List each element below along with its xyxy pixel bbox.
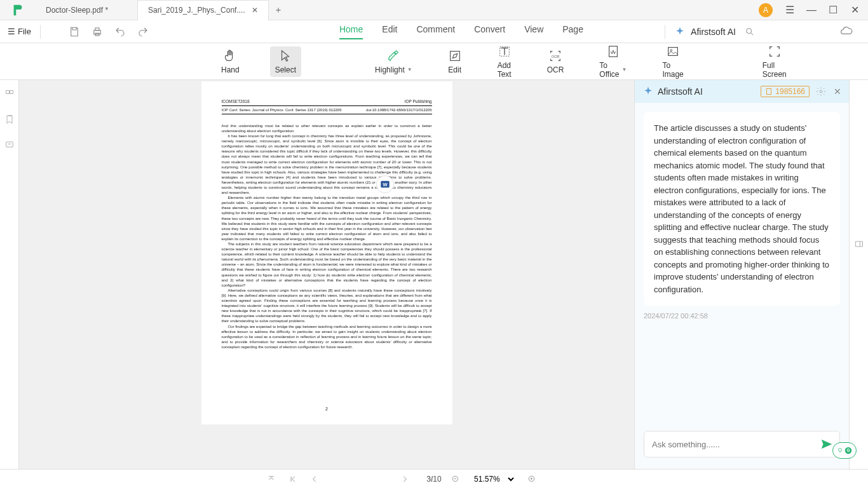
ai-timestamp: 2024/07/22 00:42:58 xyxy=(644,312,840,320)
edit-icon xyxy=(448,49,462,63)
svg-rect-12 xyxy=(10,91,13,94)
save-icon[interactable] xyxy=(69,26,80,37)
svg-rect-14 xyxy=(6,142,13,147)
close-panel-icon[interactable]: ✕ xyxy=(834,86,841,97)
divider xyxy=(40,25,41,39)
select-tool[interactable]: Select xyxy=(270,46,301,77)
edit-tool[interactable]: Edit xyxy=(443,46,467,77)
chevron-down-icon: ▼ xyxy=(621,67,627,72)
ai-input[interactable] xyxy=(644,431,840,458)
cloud-icon[interactable] xyxy=(840,25,853,38)
bookmark-icon[interactable] xyxy=(4,114,15,125)
series-info: IOP Conf. Series: Journal of Physics: Co… xyxy=(222,107,342,112)
highlight-tool[interactable]: Highlight▼ xyxy=(370,46,417,77)
sparkle-icon xyxy=(642,86,654,97)
tab-home[interactable]: Home xyxy=(339,24,363,39)
ai-brand[interactable]: Afirstsoft AI xyxy=(674,26,736,37)
ai-brand-label: Afirstsoft AI xyxy=(691,27,736,37)
tab-view[interactable]: View xyxy=(524,24,543,39)
last-page-icon[interactable] xyxy=(426,475,435,484)
hand-icon xyxy=(223,49,237,63)
comment-icon[interactable] xyxy=(4,140,15,150)
ai-credits[interactable]: 1985166 xyxy=(761,86,810,97)
close-icon[interactable]: ✕ xyxy=(252,6,258,15)
image-icon xyxy=(666,44,680,58)
svg-rect-0 xyxy=(94,30,101,34)
divider xyxy=(665,25,665,39)
search-icon[interactable] xyxy=(745,27,755,37)
tab-active[interactable]: Sari_2019_J._Phys._Conf.... ✕ xyxy=(137,0,269,20)
svg-rect-5 xyxy=(450,51,459,60)
hand-tool[interactable]: Hand xyxy=(216,46,245,77)
zoom-in-icon[interactable] xyxy=(527,475,536,484)
print-icon[interactable] xyxy=(92,26,103,37)
tool-label: Select xyxy=(275,65,296,74)
svg-rect-9 xyxy=(668,47,678,55)
ai-panel-header: Afirstsoft AI 1985166 ✕ xyxy=(635,80,849,103)
redo-icon[interactable] xyxy=(137,26,149,37)
tool-label: Hand xyxy=(221,65,240,74)
tab-inactive[interactable]: Doctor-Sleep.pdf * xyxy=(36,0,137,20)
svg-text:G: G xyxy=(847,448,850,452)
tab-page[interactable]: Page xyxy=(562,24,583,39)
publisher: IOP Publishing xyxy=(405,99,432,105)
grammar-badge[interactable]: G xyxy=(832,442,857,459)
svg-rect-18 xyxy=(767,89,771,95)
svg-text:OCR: OCR xyxy=(552,54,559,58)
fullscreen-tool[interactable]: Full Screen xyxy=(757,42,792,81)
body-text: The subjects in this study are student t… xyxy=(222,241,432,288)
svg-point-19 xyxy=(820,90,822,93)
close-window-icon[interactable]: ✕ xyxy=(850,6,859,15)
office-icon xyxy=(606,44,620,58)
tool-label: Add Text xyxy=(498,61,512,79)
chevron-down-icon: ▼ xyxy=(407,67,412,72)
pdf-page: ICOMSET2018 IOP Publishing IOP Conf. Ser… xyxy=(201,81,452,424)
ocr-tool[interactable]: OCR OCR xyxy=(542,46,569,77)
tab-convert[interactable]: Convert xyxy=(474,24,505,39)
undo-icon[interactable] xyxy=(114,26,126,37)
zoom-select[interactable]: 51.57% xyxy=(471,474,516,484)
zoom-out-icon[interactable] xyxy=(451,475,460,484)
maximize-icon[interactable]: ☐ xyxy=(829,6,837,15)
svg-point-27 xyxy=(839,449,842,452)
body-text: And this understanding must be related t… xyxy=(222,123,432,133)
menu-icon[interactable]: ☰ xyxy=(785,6,794,15)
conference-name: ICOMSET2018 xyxy=(222,99,250,105)
titlebar: Doctor-Sleep.pdf * Sari_2019_J._Phys._Co… xyxy=(0,0,868,20)
tool-label: Edit xyxy=(448,65,461,74)
tab-label: Sari_2019_J._Phys._Conf.... xyxy=(148,6,245,15)
menubar: ☰ File Home Edit Comment Convert View Pa… xyxy=(0,20,868,43)
ai-response: The article discusses a study on student… xyxy=(644,112,840,306)
sidebar-toggle-icon[interactable] xyxy=(854,239,864,249)
fullscreen-icon xyxy=(768,44,782,58)
tab-edit[interactable]: Edit xyxy=(382,24,397,39)
to-image-tool[interactable]: To Image xyxy=(657,42,688,81)
page-number: 2 xyxy=(325,406,328,412)
file-menu[interactable]: ☰ File xyxy=(8,27,31,36)
svg-rect-1 xyxy=(95,28,99,30)
to-office-tool[interactable]: To Office▼ xyxy=(594,42,632,81)
thumbnails-icon[interactable] xyxy=(4,89,15,99)
minimize-icon[interactable]: — xyxy=(807,6,816,15)
add-tab-button[interactable]: ＋ xyxy=(269,1,288,20)
document-viewer[interactable]: ICOMSET2018 IOP Publishing IOP Conf. Ser… xyxy=(19,80,634,469)
avatar[interactable]: A xyxy=(759,3,773,17)
scroll-top-icon[interactable] xyxy=(267,475,276,484)
svg-text:W: W xyxy=(383,182,388,187)
settings-icon[interactable] xyxy=(816,86,826,97)
prev-page-icon[interactable] xyxy=(310,475,319,484)
word-export-badge[interactable]: W xyxy=(376,175,394,193)
body-text: Elements with atomic number higher than … xyxy=(222,195,432,241)
svg-rect-20 xyxy=(855,241,862,247)
tab-comment[interactable]: Comment xyxy=(416,24,455,39)
tool-label: Full Screen xyxy=(763,61,787,79)
ai-panel: Afirstsoft AI 1985166 ✕ The article disc… xyxy=(634,80,849,469)
svg-rect-8 xyxy=(609,46,617,57)
next-page-icon[interactable] xyxy=(400,475,409,484)
svg-point-10 xyxy=(670,49,672,51)
send-icon[interactable] xyxy=(820,437,834,451)
first-page-icon[interactable] xyxy=(288,475,297,484)
left-sidebar xyxy=(0,80,19,469)
body-text: Our findings are expected to bridge the … xyxy=(222,324,432,349)
add-text-tool[interactable]: Add Text xyxy=(492,42,517,81)
